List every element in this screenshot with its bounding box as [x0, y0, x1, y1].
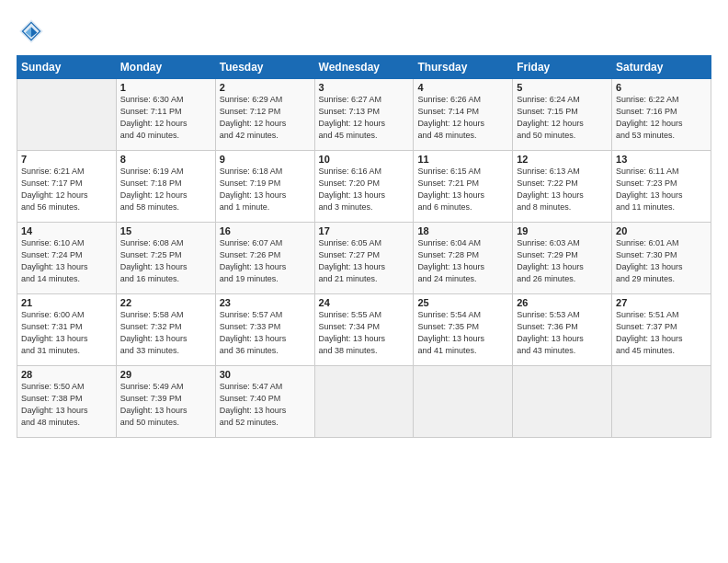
day-number: 26 — [517, 297, 608, 308]
logo-icon — [17, 17, 46, 46]
day-cell: 5Sunrise: 6:24 AM Sunset: 7:15 PM Daylig… — [513, 79, 612, 151]
day-info: Sunrise: 6:22 AM Sunset: 7:16 PM Dayligh… — [616, 94, 707, 142]
day-info: Sunrise: 5:54 AM Sunset: 7:35 PM Dayligh… — [417, 309, 508, 357]
day-cell — [414, 366, 513, 438]
day-header-wednesday: Wednesday — [314, 56, 414, 79]
day-info: Sunrise: 6:16 AM Sunset: 7:20 PM Dayligh… — [319, 166, 410, 213]
calendar-body: 1Sunrise: 6:30 AM Sunset: 7:11 PM Daylig… — [17, 79, 711, 438]
day-info: Sunrise: 5:47 AM Sunset: 7:40 PM Dayligh… — [220, 381, 311, 429]
day-number: 19 — [517, 225, 608, 236]
day-info: Sunrise: 6:18 AM Sunset: 7:19 PM Dayligh… — [220, 166, 311, 213]
day-info: Sunrise: 6:29 AM Sunset: 7:12 PM Dayligh… — [220, 94, 311, 142]
day-header-monday: Monday — [116, 56, 215, 79]
day-number: 3 — [319, 82, 410, 93]
day-number: 11 — [417, 154, 508, 165]
day-number: 24 — [319, 297, 410, 308]
day-cell: 18Sunrise: 6:04 AM Sunset: 7:28 PM Dayli… — [414, 223, 513, 294]
day-cell: 14Sunrise: 6:10 AM Sunset: 7:24 PM Dayli… — [17, 223, 117, 294]
day-cell — [513, 366, 612, 438]
day-info: Sunrise: 6:03 AM Sunset: 7:29 PM Dayligh… — [517, 237, 608, 285]
day-info: Sunrise: 6:04 AM Sunset: 7:28 PM Dayligh… — [417, 237, 508, 285]
calendar-header: SundayMondayTuesdayWednesdayThursdayFrid… — [17, 56, 711, 79]
calendar-table: SundayMondayTuesdayWednesdayThursdayFrid… — [17, 55, 711, 438]
week-row-3: 14Sunrise: 6:10 AM Sunset: 7:24 PM Dayli… — [17, 223, 711, 294]
day-info: Sunrise: 6:01 AM Sunset: 7:30 PM Dayligh… — [616, 237, 707, 285]
day-number: 20 — [616, 225, 707, 236]
day-cell: 22Sunrise: 5:58 AM Sunset: 7:32 PM Dayli… — [116, 294, 215, 366]
day-cell: 7Sunrise: 6:21 AM Sunset: 7:17 PM Daylig… — [17, 151, 117, 223]
calendar: SundayMondayTuesdayWednesdayThursdayFrid… — [17, 55, 711, 554]
day-number: 1 — [120, 82, 211, 93]
page: SundayMondayTuesdayWednesdayThursdayFrid… — [0, 0, 728, 563]
week-row-5: 28Sunrise: 5:50 AM Sunset: 7:38 PM Dayli… — [17, 366, 711, 438]
day-info: Sunrise: 6:08 AM Sunset: 7:25 PM Dayligh… — [120, 237, 211, 285]
day-cell: 11Sunrise: 6:15 AM Sunset: 7:21 PM Dayli… — [414, 151, 513, 223]
day-header-tuesday: Tuesday — [215, 56, 314, 79]
day-header-thursday: Thursday — [414, 56, 513, 79]
day-cell: 17Sunrise: 6:05 AM Sunset: 7:27 PM Dayli… — [314, 223, 414, 294]
day-cell: 12Sunrise: 6:13 AM Sunset: 7:22 PM Dayli… — [513, 151, 612, 223]
day-info: Sunrise: 6:15 AM Sunset: 7:21 PM Dayligh… — [417, 166, 508, 213]
day-cell: 20Sunrise: 6:01 AM Sunset: 7:30 PM Dayli… — [612, 223, 711, 294]
day-info: Sunrise: 5:53 AM Sunset: 7:36 PM Dayligh… — [517, 309, 608, 357]
day-info: Sunrise: 6:00 AM Sunset: 7:31 PM Dayligh… — [21, 309, 112, 357]
day-info: Sunrise: 6:30 AM Sunset: 7:11 PM Dayligh… — [120, 94, 211, 142]
day-number: 7 — [21, 154, 112, 165]
day-cell: 19Sunrise: 6:03 AM Sunset: 7:29 PM Dayli… — [513, 223, 612, 294]
day-number: 6 — [616, 82, 707, 93]
day-number: 28 — [21, 369, 112, 380]
day-cell: 2Sunrise: 6:29 AM Sunset: 7:12 PM Daylig… — [215, 79, 314, 151]
day-info: Sunrise: 5:49 AM Sunset: 7:39 PM Dayligh… — [120, 381, 211, 429]
day-cell: 15Sunrise: 6:08 AM Sunset: 7:25 PM Dayli… — [116, 223, 215, 294]
day-cell — [612, 366, 711, 438]
day-info: Sunrise: 6:24 AM Sunset: 7:15 PM Dayligh… — [517, 94, 608, 142]
week-row-4: 21Sunrise: 6:00 AM Sunset: 7:31 PM Dayli… — [17, 294, 711, 366]
day-info: Sunrise: 5:55 AM Sunset: 7:34 PM Dayligh… — [319, 309, 410, 357]
day-cell: 25Sunrise: 5:54 AM Sunset: 7:35 PM Dayli… — [414, 294, 513, 366]
day-info: Sunrise: 6:27 AM Sunset: 7:13 PM Dayligh… — [319, 94, 410, 142]
day-info: Sunrise: 6:26 AM Sunset: 7:14 PM Dayligh… — [417, 94, 508, 142]
day-number: 10 — [319, 154, 410, 165]
day-number: 30 — [220, 369, 311, 380]
header — [17, 17, 711, 46]
day-number: 4 — [417, 82, 508, 93]
day-header-friday: Friday — [513, 56, 612, 79]
day-info: Sunrise: 6:05 AM Sunset: 7:27 PM Dayligh… — [319, 237, 410, 285]
day-number: 12 — [517, 154, 608, 165]
day-cell — [17, 79, 117, 151]
day-number: 16 — [220, 225, 311, 236]
day-header-sunday: Sunday — [17, 56, 117, 79]
day-number: 13 — [616, 154, 707, 165]
day-info: Sunrise: 6:21 AM Sunset: 7:17 PM Dayligh… — [21, 166, 112, 213]
day-cell: 26Sunrise: 5:53 AM Sunset: 7:36 PM Dayli… — [513, 294, 612, 366]
day-info: Sunrise: 5:51 AM Sunset: 7:37 PM Dayligh… — [616, 309, 707, 357]
day-cell: 27Sunrise: 5:51 AM Sunset: 7:37 PM Dayli… — [612, 294, 711, 366]
day-number: 22 — [120, 297, 211, 308]
day-cell: 23Sunrise: 5:57 AM Sunset: 7:33 PM Dayli… — [215, 294, 314, 366]
day-header-saturday: Saturday — [612, 56, 711, 79]
day-info: Sunrise: 5:50 AM Sunset: 7:38 PM Dayligh… — [21, 381, 112, 429]
day-number: 21 — [21, 297, 112, 308]
day-number: 18 — [417, 225, 508, 236]
day-number: 15 — [120, 225, 211, 236]
day-number: 8 — [120, 154, 211, 165]
logo — [17, 17, 50, 46]
day-cell: 1Sunrise: 6:30 AM Sunset: 7:11 PM Daylig… — [116, 79, 215, 151]
day-number: 25 — [417, 297, 508, 308]
day-cell: 9Sunrise: 6:18 AM Sunset: 7:19 PM Daylig… — [215, 151, 314, 223]
day-cell: 21Sunrise: 6:00 AM Sunset: 7:31 PM Dayli… — [17, 294, 117, 366]
day-number: 2 — [220, 82, 311, 93]
day-cell: 28Sunrise: 5:50 AM Sunset: 7:38 PM Dayli… — [17, 366, 117, 438]
day-info: Sunrise: 6:07 AM Sunset: 7:26 PM Dayligh… — [220, 237, 311, 285]
day-number: 14 — [21, 225, 112, 236]
days-row: SundayMondayTuesdayWednesdayThursdayFrid… — [17, 56, 711, 79]
day-cell: 6Sunrise: 6:22 AM Sunset: 7:16 PM Daylig… — [612, 79, 711, 151]
day-cell: 29Sunrise: 5:49 AM Sunset: 7:39 PM Dayli… — [116, 366, 215, 438]
day-cell: 16Sunrise: 6:07 AM Sunset: 7:26 PM Dayli… — [215, 223, 314, 294]
day-cell: 4Sunrise: 6:26 AM Sunset: 7:14 PM Daylig… — [414, 79, 513, 151]
day-number: 29 — [120, 369, 211, 380]
day-cell — [314, 366, 414, 438]
day-number: 27 — [616, 297, 707, 308]
day-number: 9 — [220, 154, 311, 165]
day-cell: 8Sunrise: 6:19 AM Sunset: 7:18 PM Daylig… — [116, 151, 215, 223]
